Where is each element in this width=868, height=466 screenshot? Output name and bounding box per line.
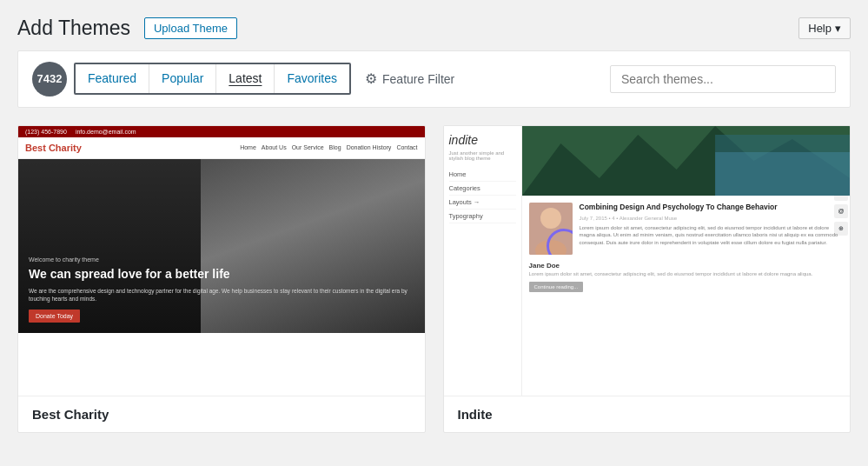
indite-nav-home[interactable]: Home [449,168,516,182]
indite-nav-categories[interactable]: Categories [449,182,516,196]
charity-hero-heading: We can spread love for a better life [29,266,414,282]
svg-point-5 [540,208,561,229]
tab-favorites[interactable]: Favorites [275,64,349,93]
indite-nav-layouts[interactable]: Layouts → [449,196,516,210]
nav-bar: 7432 Featured Popular Latest Favorites ⚙… [17,50,851,108]
header-area: Add Themes Upload Theme Help ▾ [0,0,868,50]
indite-avatar [529,203,573,255]
page-wrapper: Add Themes Upload Theme Help ▾ 7432 Feat… [0,0,868,466]
theme-name-charity: Best Charity [32,407,109,422]
indite-sidebar: indite Just another simple and stylish b… [444,126,522,396]
indite-article: Combining Design And Psychology To Chang… [580,203,844,255]
theme-footer-indite: Indite [444,396,851,432]
indite-article-body: Lorem ipsum dolor sit amet, consectetur … [580,224,844,246]
help-label: Help [808,22,832,35]
charity-navlinks: Home About Us Our Service Blog Donation … [240,144,417,150]
search-input[interactable] [610,65,836,93]
theme-card-indite: indite Just another simple and stylish b… [443,125,851,433]
theme-name-indite: Indite [458,407,493,422]
gear-icon: ⚙ [365,70,377,87]
charity-email: info.demo@email.com [76,129,136,135]
charity-hero-text: Welcome to charity theme We can spread l… [18,246,425,333]
charity-topbar: (123) 456-7890 info.demo@email.com [18,126,425,137]
nav-tabs-group: Featured Popular Latest Favorites [74,63,351,95]
indite-nav-typography[interactable]: Typography [449,210,516,223]
indite-header-image [522,126,851,196]
help-button[interactable]: Help ▾ [798,17,851,39]
page-title: Add Themes [17,16,130,42]
indite-avatar-section: Combining Design And Psychology To Chang… [522,196,851,262]
theme-card-best-charity: (123) 456-7890 info.demo@email.com Best … [17,125,426,433]
indite-logo: indite [449,133,516,147]
charity-logo: Best Charity [25,143,82,153]
tab-popular[interactable]: Popular [149,64,216,93]
tab-latest[interactable]: Latest [216,64,275,93]
charity-phone: (123) 456-7890 [25,129,67,135]
indite-inner-preview: indite Just another simple and stylish b… [444,126,851,396]
tab-featured[interactable]: Featured [76,64,149,93]
charity-hero: Welcome to charity theme We can spread l… [18,159,425,333]
charity-nav: Best Charity Home About Us Our Service B… [18,137,425,159]
indite-main-content: Combining Design And Psychology To Chang… [522,126,851,396]
theme-footer-charity: Best Charity [18,396,425,432]
svg-rect-3 [715,152,850,196]
feature-filter-label: Feature Filter [382,72,454,86]
theme-preview-charity: (123) 456-7890 info.demo@email.com Best … [18,126,425,396]
theme-count-badge: 7432 [32,62,67,97]
indite-continue-reading[interactable]: Continue reading... [529,282,584,292]
indite-person-desc: Lorem ipsum dolor sit amet, consectetur … [522,271,851,278]
upload-theme-button[interactable]: Upload Theme [144,17,237,39]
forest-svg [522,126,851,196]
theme-preview-indite: indite Just another simple and stylish b… [444,126,851,396]
chevron-down-icon: ▾ [835,22,841,35]
indite-person-name: Jane Doe [522,262,851,270]
header-left: Add Themes Upload Theme [17,16,237,42]
charity-hero-small: Welcome to charity theme [29,256,414,263]
indite-article-heading: Combining Design And Psychology To Chang… [580,203,844,212]
themes-grid: (123) 456-7890 info.demo@email.com Best … [0,125,868,450]
charity-cta-button[interactable]: Donate Today [29,310,80,323]
indite-logo-sub: Just another simple and stylish blog the… [449,150,516,161]
charity-hero-body: We are the comprehensive design and tech… [29,287,414,303]
feature-filter[interactable]: ⚙ Feature Filter [365,70,454,87]
indite-article-meta: July 7, 2015 • 4 • Alexander General Mus… [580,216,844,221]
